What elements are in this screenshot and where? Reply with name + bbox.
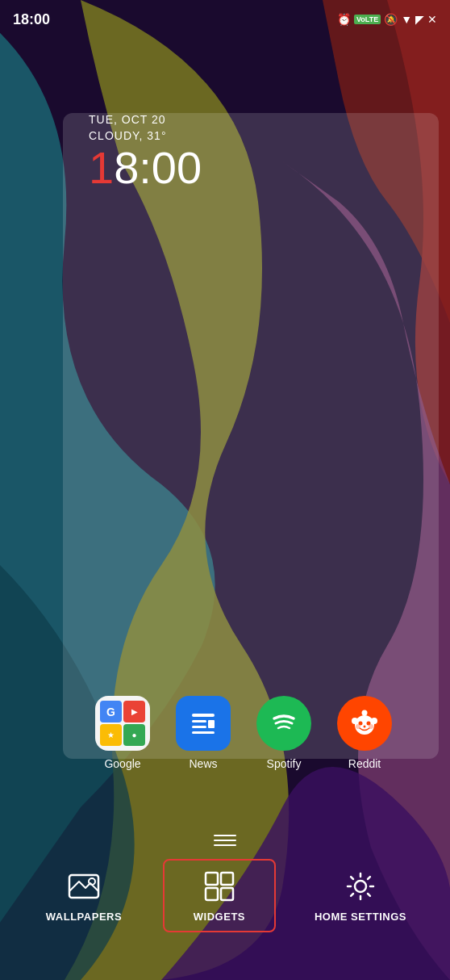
svg-point-22 — [355, 881, 366, 892]
app-label-spotify: Spotify — [267, 757, 302, 770]
clock-date: TUE, OCT 20 — [89, 113, 202, 126]
status-icons: ⏰ VoLTE 🔕 ▼ ◤ ✕ — [337, 13, 437, 26]
clock-widget: TUE, OCT 20 CLOUDY, 31° 18:00 — [89, 113, 202, 191]
clock-time-red: 1 — [89, 142, 114, 193]
news-icon-svg — [187, 707, 219, 739]
svg-rect-19 — [221, 873, 233, 885]
svg-point-7 — [352, 718, 358, 724]
svg-point-11 — [364, 726, 366, 728]
news-icon — [176, 696, 231, 751]
home-settings-icon — [343, 869, 378, 904]
tab-widgets[interactable]: WIDGETS — [163, 859, 276, 932]
volte-badge: VoLTE — [354, 15, 381, 24]
svg-point-14 — [356, 724, 360, 729]
app-item-spotify[interactable]: Spotify — [244, 696, 324, 770]
tab-widgets-label: WIDGETS — [194, 911, 245, 923]
svg-rect-2 — [192, 720, 206, 722]
nav-handle-line-2 — [214, 840, 236, 841]
wallpapers-icon — [66, 869, 102, 904]
app-label-reddit: Reddit — [348, 757, 381, 770]
widget-preview-frame — [63, 113, 439, 759]
bottom-nav: WALLPAPERS WIDGETS — [0, 819, 450, 980]
spotify-icon — [256, 696, 311, 751]
svg-rect-5 — [192, 731, 215, 734]
app-label-news: News — [189, 757, 217, 770]
svg-rect-18 — [206, 873, 218, 885]
google-icon: G ▶ ★ ● — [95, 696, 150, 751]
app-item-reddit[interactable]: Reddit — [324, 696, 405, 770]
widgets-icon — [202, 869, 237, 904]
mute-icon: 🔕 — [384, 13, 398, 26]
nav-tabs: WALLPAPERS WIDGETS — [0, 859, 450, 980]
wallpapers-icon-svg — [66, 869, 102, 904]
google-sub-red: ▶ — [123, 701, 145, 722]
svg-point-15 — [369, 724, 373, 729]
reddit-icon — [337, 696, 392, 751]
status-time: 18:00 — [13, 11, 50, 28]
nav-handle-line-1 — [214, 835, 236, 836]
battery-icon: ✕ — [427, 13, 437, 26]
tab-home-settings-label: HOME SETTINGS — [315, 911, 406, 923]
tab-wallpapers[interactable]: WALLPAPERS — [27, 859, 140, 932]
svg-rect-20 — [206, 888, 218, 900]
svg-rect-4 — [208, 720, 215, 728]
signal-icon: ◤ — [415, 13, 424, 26]
reddit-icon-svg — [347, 706, 382, 741]
svg-rect-21 — [221, 888, 233, 900]
app-grid: G ▶ ★ ● Google News — [63, 696, 439, 770]
clock-time-rest: 8:00 — [114, 142, 202, 193]
svg-rect-3 — [192, 726, 206, 728]
google-sub-yellow: ★ — [100, 724, 122, 746]
svg-point-8 — [371, 718, 377, 724]
status-bar: 18:00 ⏰ VoLTE 🔕 ▼ ◤ ✕ — [0, 0, 450, 39]
wifi-icon: ▼ — [401, 13, 412, 26]
clock-weather: CLOUDY, 31° — [89, 129, 202, 142]
nav-handle-line-3 — [214, 844, 236, 846]
nav-handle — [214, 835, 236, 846]
tab-home-settings[interactable]: HOME SETTINGS — [298, 859, 423, 932]
app-label-google: Google — [104, 757, 140, 770]
spotify-icon-svg — [268, 707, 300, 739]
alarm-icon: ⏰ — [337, 13, 351, 26]
tab-wallpapers-label: WALLPAPERS — [46, 911, 122, 923]
svg-point-12 — [362, 710, 368, 716]
clock-time: 18:00 — [89, 145, 202, 191]
google-sub-blue: G — [100, 701, 122, 722]
home-settings-icon-svg — [343, 869, 378, 904]
google-sub-green: ● — [123, 724, 145, 746]
app-item-google[interactable]: G ▶ ★ ● Google — [82, 696, 163, 770]
widgets-icon-svg — [202, 869, 237, 904]
svg-rect-1 — [192, 714, 215, 717]
app-item-news[interactable]: News — [163, 696, 244, 770]
